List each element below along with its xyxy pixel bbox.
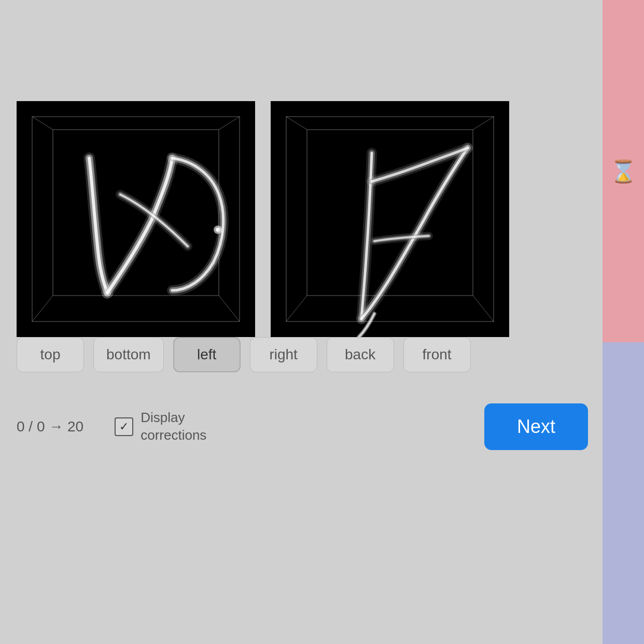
bottom-button[interactable]: bottom	[93, 337, 164, 372]
svg-point-7	[216, 228, 220, 232]
svg-line-12	[286, 296, 307, 321]
sidebar: ⌛	[603, 0, 644, 644]
display-corrections-checkbox[interactable]: ✓	[115, 417, 133, 436]
main-content: top bottom left right back front 0 / 0 →…	[0, 0, 603, 644]
front-button[interactable]: front	[403, 337, 471, 372]
hourglass-icon: ⌛	[610, 159, 637, 184]
back-button[interactable]: back	[327, 337, 394, 372]
svg-line-4	[32, 296, 53, 321]
view-buttons-row: top bottom left right back front	[17, 337, 471, 372]
left-canvas	[17, 101, 255, 337]
svg-line-2	[32, 117, 53, 130]
action-row: 0 / 0 → 20 ✓ Displaycorrections Next	[17, 403, 619, 450]
svg-line-5	[219, 296, 240, 321]
svg-line-13	[473, 296, 494, 321]
svg-line-3	[219, 117, 240, 130]
right-3d-view	[271, 101, 509, 337]
sidebar-top-section: ⌛	[603, 0, 644, 342]
svg-line-10	[286, 117, 307, 130]
display-corrections-label: Displaycorrections	[141, 409, 206, 444]
left-button[interactable]: left	[173, 337, 241, 372]
svg-line-11	[473, 117, 494, 130]
counter-display: 0 / 0 → 20	[17, 418, 83, 435]
svg-rect-0	[32, 117, 240, 321]
top-button[interactable]: top	[17, 337, 84, 372]
left-3d-view	[17, 101, 255, 337]
display-corrections-container: ✓ Displaycorrections	[115, 409, 206, 444]
right-canvas	[271, 101, 509, 337]
right-button[interactable]: right	[250, 337, 317, 372]
svg-rect-1	[53, 130, 219, 296]
next-button[interactable]: Next	[484, 403, 588, 450]
sidebar-bottom-section	[603, 342, 644, 644]
views-container	[17, 101, 509, 337]
